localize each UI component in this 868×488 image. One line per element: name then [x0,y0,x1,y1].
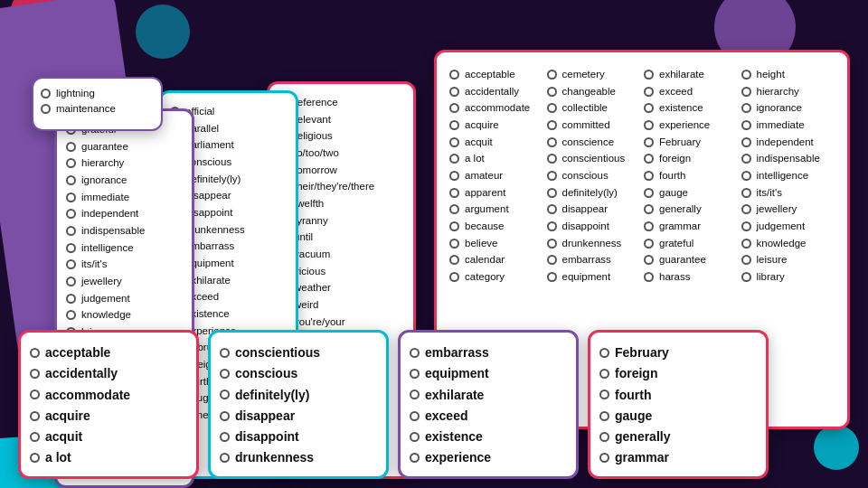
item-label: to/too/two [294,145,339,161]
radio-circle [644,154,654,164]
list-item: guarantee [644,252,738,267]
radio-circle [410,348,420,358]
radio-circle [66,243,76,253]
list-item: definitely(ly) [220,386,377,404]
item-label: knowledge [81,307,131,323]
radio-circle [547,171,557,181]
radio-circle [410,389,420,399]
list-item: conscientious [220,343,377,361]
radio-circle [644,272,654,282]
list-item: existence [410,427,567,446]
item-label: generally [615,427,670,446]
list-item: immediate [741,117,835,133]
radio-circle [410,411,420,421]
item-label: tomorrow [294,163,337,178]
radio-circle [741,171,751,181]
item-label: conscience [562,135,615,150]
bottom-card-2: conscientiousconsciousdefinitely(ly)disa… [208,330,389,479]
bottom-col: conscientiousconsciousdefinitely(ly)disa… [220,343,377,467]
item-label: indispensable [81,223,145,239]
list-item: guarantee [66,139,183,155]
bottom-card-3: embarrassequipmentexhilarateexceedexiste… [398,330,579,479]
bottom-col: acceptableaccidentallyaccommodateacquire… [30,343,187,467]
item-label: disappear [562,202,609,217]
radio-circle [547,154,557,164]
list-item: experience [644,117,738,133]
item-label: acquire [465,117,499,133]
top-left-card: lightningmaintenance [32,77,163,131]
item-label: drunkenness [235,448,314,466]
item-label: library [757,269,785,285]
list-item: definitely(ly) [547,185,641,201]
list-item: library [741,269,835,285]
radio-circle [30,411,40,421]
radio-circle [449,154,459,164]
list-item: fourth [644,168,738,183]
list-item: existence [644,100,738,116]
list-item: grateful [644,236,738,251]
list-item: foreign [599,364,757,382]
bottom-card-1: acceptableaccidentallyaccommodateacquire… [18,330,199,479]
radio-circle [30,432,40,442]
list-item: maintenance [41,101,154,117]
item-label: amateur [465,168,503,183]
item-label: weather [294,280,331,296]
radio-circle [741,87,751,97]
item-label: disappoint [235,427,299,446]
radio-circle [547,255,557,265]
item-label: exceed [659,84,693,99]
list-item: conscious [547,168,641,183]
list-item: a lot [30,448,187,466]
item-label: you're/your [294,314,345,330]
item-label: tyranny [294,213,328,229]
list-item: ignorance [741,100,835,116]
list-item: height [741,67,835,82]
item-label: judgement [81,291,130,306]
item-label: fourth [615,386,651,404]
item-label: accommodate [45,386,130,404]
radio-circle [644,103,654,113]
item-label: hierarchy [757,84,799,99]
radio-circle [449,221,459,231]
item-label: apparent [465,185,505,201]
radio-circle [741,239,751,249]
item-label: drunkenness [562,236,622,251]
item-label: a lot [45,448,71,466]
list-item: cemetery [547,67,641,82]
radio-circle [599,453,609,463]
item-label: conscious [562,168,609,183]
list-item: accommodate [30,386,187,404]
item-label: existence [425,427,483,446]
list-item: drunkenness [220,448,377,466]
list-item: drunkenness [547,236,641,251]
item-label: foreign [615,364,657,382]
item-label: conscious [235,364,297,382]
bottom-card-4: Februaryforeignfourthgaugegenerallygramm… [588,330,769,479]
item-label: generally [659,202,702,217]
item-label: gauge [659,185,688,201]
item-label: acceptable [45,343,110,361]
item-label: grammar [615,448,669,466]
item-label: category [465,269,505,285]
radio-circle [741,154,751,164]
list-item: immediate [66,190,183,205]
list-item: knowledge [66,307,183,323]
item-label: conscientious [235,343,320,361]
radio-circle [220,453,230,463]
radio-circle [66,226,76,236]
item-label: cemetery [562,67,605,82]
radio-circle [30,369,40,379]
item-label: disappoint [562,219,609,234]
item-label: independent [81,206,138,221]
list-item: intelligence [66,240,183,256]
item-label: equipment [425,364,489,382]
item-label: a lot [465,151,485,166]
radio-circle [449,103,459,113]
radio-circle [547,221,557,231]
item-label: knowledge [757,236,807,251]
item-label: calendar [465,252,505,267]
radio-circle [449,120,459,130]
list-item: independent [741,135,835,150]
item-label: exhilarate [425,386,484,404]
list-item: accidentally [449,84,543,99]
